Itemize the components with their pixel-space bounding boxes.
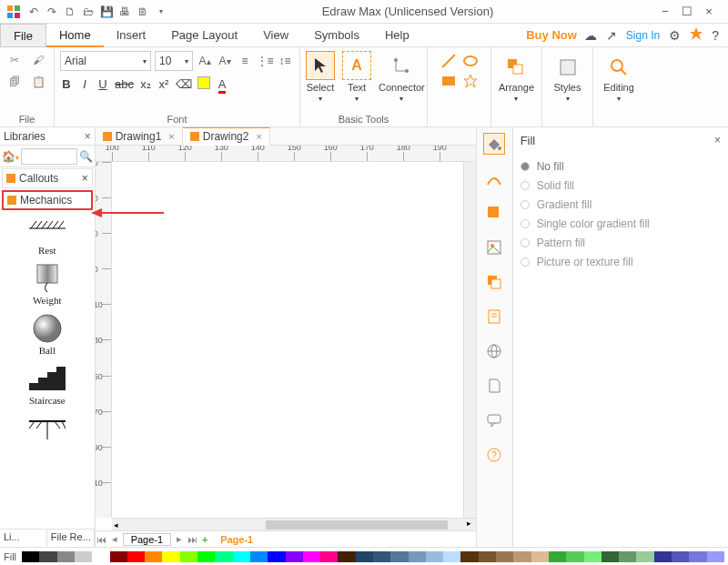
properties-icon[interactable] xyxy=(483,306,505,328)
tab-home[interactable]: Home xyxy=(46,24,104,47)
mechanics-category[interactable]: Mechanics xyxy=(2,190,93,210)
doc-tab-drawing2[interactable]: Drawing2× xyxy=(183,127,270,146)
picture-icon[interactable] xyxy=(483,237,505,258)
share-icon[interactable]: ↗ xyxy=(606,28,617,43)
comment-icon[interactable] xyxy=(483,409,505,431)
buy-now-link[interactable]: Buy Now xyxy=(526,28,577,42)
subscript-button[interactable]: x₂ xyxy=(139,77,152,91)
superscript-button[interactable]: x² xyxy=(157,77,170,91)
sign-in-link[interactable]: Sign In xyxy=(626,29,660,42)
page-props-icon[interactable] xyxy=(483,375,505,397)
select-tool[interactable]: Select ▾ xyxy=(306,51,335,103)
styles-button[interactable]: Styles ▾ xyxy=(554,55,581,103)
rect-shape-icon[interactable] xyxy=(440,73,457,89)
arrange-button[interactable]: Arrange ▾ xyxy=(499,55,534,103)
save-cloud-icon[interactable]: ☁ xyxy=(584,28,597,43)
increase-font-icon[interactable]: A▴ xyxy=(197,53,213,69)
preview-icon[interactable]: 🗎 xyxy=(135,4,151,20)
library-search-icon[interactable]: 🔍 xyxy=(79,150,93,163)
vertical-scrollbar[interactable] xyxy=(463,162,476,518)
fill-opt-picture[interactable]: Picture or texture fill xyxy=(521,256,721,268)
fill-opt-single-gradient[interactable]: Single color gradient fill xyxy=(521,217,721,230)
help-panel-icon[interactable]: ? xyxy=(483,444,505,466)
fill-panel-close-icon[interactable]: × xyxy=(714,134,721,146)
line-shape-icon[interactable] xyxy=(440,53,457,69)
close-doc-icon[interactable]: × xyxy=(168,131,174,142)
fill-opt-solid[interactable]: Solid fill xyxy=(521,179,721,192)
fill-bucket-icon[interactable] xyxy=(483,133,505,155)
page-tab-1[interactable]: Page-1 xyxy=(123,533,171,546)
sidebar-tab-file-recovery[interactable]: File Re... xyxy=(47,530,95,547)
page-first-icon[interactable]: ⏮ xyxy=(96,534,108,545)
font-color-icon[interactable]: A xyxy=(216,77,228,91)
layers-icon[interactable] xyxy=(483,271,505,293)
font-family-select[interactable]: Arial▾ xyxy=(60,51,151,71)
tab-view[interactable]: View xyxy=(250,24,301,47)
open-icon[interactable]: 🗁 xyxy=(80,4,96,20)
callouts-close-icon[interactable]: × xyxy=(82,172,88,185)
fill-opt-pattern[interactable]: Pattern fill xyxy=(521,237,721,249)
shape-weight[interactable]: Weight xyxy=(4,265,91,306)
shape-ball[interactable]: Ball xyxy=(4,315,91,356)
text-tool[interactable]: A Text ▾ xyxy=(342,51,371,103)
close-icon[interactable]: × xyxy=(703,5,715,18)
maximize-icon[interactable]: ☐ xyxy=(681,5,693,18)
shape-beam[interactable] xyxy=(4,415,91,442)
doc-tab-drawing1[interactable]: Drawing1× xyxy=(96,127,183,146)
tab-page-layout[interactable]: Page Layout xyxy=(158,24,250,47)
tab-insert[interactable]: Insert xyxy=(104,24,159,47)
fill-opt-gradient[interactable]: Gradient fill xyxy=(521,198,721,211)
format-painter-icon[interactable]: 🖌 xyxy=(29,51,47,69)
italic-button[interactable]: I xyxy=(78,77,91,91)
file-tab[interactable]: File xyxy=(0,24,46,47)
settings-gear-icon[interactable]: ⚙ xyxy=(669,28,681,43)
shape-staircase[interactable]: Staircase xyxy=(4,365,91,406)
sidebar-tab-libraries[interactable]: Li... xyxy=(0,530,47,547)
new-icon[interactable]: 🗋 xyxy=(62,4,78,20)
drawing-canvas[interactable] xyxy=(112,162,463,518)
hyperlink-icon[interactable] xyxy=(483,340,505,362)
library-category-select[interactable] xyxy=(21,148,77,165)
shadow-icon[interactable] xyxy=(483,202,505,224)
paste-icon[interactable]: 📋 xyxy=(29,73,47,91)
close-doc-icon[interactable]: × xyxy=(256,131,261,142)
print-icon[interactable]: 🖶 xyxy=(116,4,133,20)
clear-format-icon[interactable]: ⌫ xyxy=(176,77,192,91)
libraries-close-icon[interactable]: × xyxy=(85,130,91,143)
font-size-select[interactable]: 10▾ xyxy=(155,51,193,71)
help-icon[interactable]: ? xyxy=(712,28,719,43)
cut-icon[interactable]: ✂ xyxy=(5,51,24,69)
star-shape-icon[interactable] xyxy=(462,73,479,89)
tab-symbols[interactable]: Symbols xyxy=(301,24,372,47)
qat-dropdown-icon[interactable]: ▾ xyxy=(153,4,169,20)
redo-icon[interactable]: ↷ xyxy=(44,4,60,20)
page-next-icon[interactable]: ▸ xyxy=(173,533,186,545)
connector-tool[interactable]: Connector ▾ xyxy=(379,51,425,103)
decrease-font-icon[interactable]: A▾ xyxy=(217,53,233,69)
strike-button[interactable]: abc xyxy=(115,77,134,91)
callouts-category[interactable]: Callouts × xyxy=(2,168,93,188)
shape-rest[interactable]: Rest xyxy=(4,215,91,256)
bold-button[interactable]: B xyxy=(60,77,73,91)
add-page-icon[interactable]: + xyxy=(198,534,211,545)
bullets-icon[interactable]: ⋮≡ xyxy=(257,53,273,69)
minimize-icon[interactable]: − xyxy=(659,5,672,18)
line-spacing-icon[interactable]: ↕≡ xyxy=(277,53,293,69)
line-style-icon[interactable] xyxy=(483,167,505,189)
oval-shape-icon[interactable] xyxy=(462,53,479,69)
color-palette[interactable] xyxy=(22,551,724,562)
undo-icon[interactable]: ↶ xyxy=(25,4,42,20)
align-left-icon[interactable]: ≡ xyxy=(237,53,253,69)
highlight-icon[interactable] xyxy=(197,76,210,92)
page-prev-icon[interactable]: ◂ xyxy=(108,533,121,545)
home-icon[interactable]: 🏠▾ xyxy=(2,150,19,163)
copy-icon[interactable]: 🗐 xyxy=(5,73,24,91)
editing-button[interactable]: Editing ▾ xyxy=(603,55,634,103)
page-last-icon[interactable]: ⏭ xyxy=(186,534,198,545)
underline-button[interactable]: U xyxy=(96,77,109,91)
save-icon[interactable]: 💾 xyxy=(98,4,115,20)
edraw-colorful-icon[interactable] xyxy=(690,27,703,43)
horizontal-scrollbar[interactable]: ◂ xyxy=(112,518,463,530)
tab-help[interactable]: Help xyxy=(372,24,422,47)
fill-opt-no-fill[interactable]: No fill xyxy=(521,160,721,173)
